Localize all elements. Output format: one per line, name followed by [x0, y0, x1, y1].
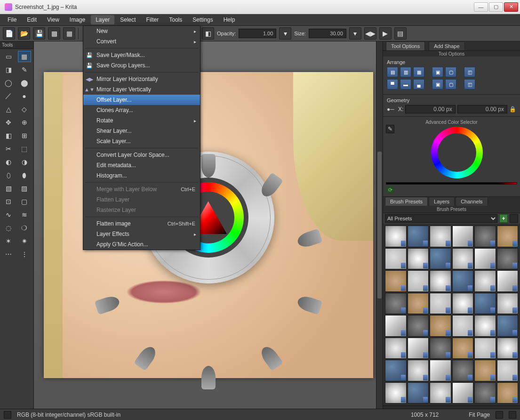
brush-preset[interactable]: [474, 338, 496, 359]
tool-23[interactable]: ▢: [18, 196, 31, 207]
brush-preset[interactable]: [385, 360, 407, 381]
mirror-y-button[interactable]: ▶: [379, 27, 392, 40]
picker-icon[interactable]: ✎: [386, 125, 394, 133]
brush-preset[interactable]: [385, 315, 407, 337]
brush-preset[interactable]: [385, 248, 407, 270]
menu-item-shear-layer[interactable]: Shear Layer...: [83, 126, 200, 136]
brush-preset[interactable]: [452, 226, 474, 247]
status-swatch[interactable]: [4, 411, 11, 419]
brush-preset[interactable]: [474, 270, 496, 292]
tool-25[interactable]: ≋: [18, 209, 31, 220]
preset-view-toggle[interactable]: [510, 214, 518, 223]
tool-18[interactable]: ⬯: [2, 170, 15, 181]
preset-category-select[interactable]: All Presets: [385, 214, 497, 223]
tool-5[interactable]: ⬤: [18, 77, 31, 89]
brush-preset[interactable]: [430, 226, 451, 247]
brush-preset[interactable]: [430, 248, 451, 270]
menu-item-offset-layer[interactable]: Offset Layer...: [83, 95, 200, 105]
menu-file[interactable]: File: [3, 15, 21, 24]
status-zoom-dropdown[interactable]: [496, 411, 503, 419]
tool-28[interactable]: ✶: [2, 235, 15, 247]
texture-b-button[interactable]: ▦: [63, 27, 75, 40]
brush-preset[interactable]: [430, 338, 451, 359]
brush-preset[interactable]: [430, 293, 451, 315]
tab-channels[interactable]: Channels: [456, 197, 488, 206]
brush-preset[interactable]: [408, 360, 429, 381]
brush-preset[interactable]: [452, 360, 474, 381]
send-backward-button[interactable]: ▢: [445, 79, 456, 89]
brush-preset[interactable]: [497, 248, 519, 270]
tool-10[interactable]: ✥: [2, 117, 15, 128]
tab-add-shape[interactable]: Add Shape: [429, 41, 464, 50]
brush-preset[interactable]: [497, 315, 519, 337]
tool-7[interactable]: ●: [18, 90, 31, 102]
tool-24[interactable]: ∿: [2, 209, 15, 220]
brush-preset[interactable]: [452, 270, 474, 292]
brush-preset[interactable]: [408, 248, 429, 270]
brush-preset[interactable]: [452, 248, 474, 270]
palette-brush-slot[interactable]: [201, 154, 216, 178]
brush-preset[interactable]: [385, 338, 407, 359]
tool-0[interactable]: ▭: [2, 51, 15, 62]
tool-4[interactable]: ◯: [2, 77, 15, 89]
brush-preset[interactable]: [408, 338, 429, 359]
tab-layers[interactable]: Layers: [429, 197, 455, 206]
send-back-button[interactable]: ▣: [432, 79, 443, 89]
bring-forward-button[interactable]: ▢: [445, 67, 456, 77]
menu-help[interactable]: Help: [219, 15, 240, 24]
brush-preset[interactable]: [430, 360, 451, 381]
mirror-x-button[interactable]: ◀▶: [364, 27, 376, 40]
menu-item-apply-g-mic-action[interactable]: Apply G'Mic Action...: [83, 239, 200, 250]
menu-tools[interactable]: Tools: [164, 15, 187, 24]
brush-preset[interactable]: [452, 338, 474, 359]
brush-preset[interactable]: [474, 360, 496, 381]
brush-preset[interactable]: [474, 226, 496, 247]
status-thumb[interactable]: [509, 411, 516, 419]
close-button[interactable]: ✕: [504, 2, 518, 12]
align-center-button[interactable]: ▥: [400, 67, 411, 77]
brush-preset[interactable]: [497, 338, 519, 359]
tool-21[interactable]: ▨: [18, 183, 31, 194]
minimize-button[interactable]: —: [474, 2, 488, 12]
menu-view[interactable]: View: [42, 15, 64, 24]
brush-preset[interactable]: [408, 315, 429, 337]
menu-filter[interactable]: Filter: [142, 15, 164, 24]
brush-preset[interactable]: [408, 293, 429, 315]
menu-item-convert[interactable]: Convert: [83, 36, 200, 47]
new-doc-button[interactable]: 📄: [3, 27, 15, 40]
brush-preset[interactable]: [474, 293, 496, 315]
align-middle-button[interactable]: ▬: [400, 79, 411, 89]
geo-x-input[interactable]: 0.00 px: [405, 105, 455, 113]
brush-preset[interactable]: [474, 248, 496, 270]
tool-13[interactable]: ⊞: [18, 130, 31, 141]
maximize-button[interactable]: ▢: [489, 2, 503, 12]
brush-swatch-button[interactable]: ◧: [202, 27, 214, 40]
brush-preset[interactable]: [430, 315, 451, 337]
brush-preset[interactable]: [474, 315, 496, 337]
menu-item-layer-effects[interactable]: Layer Effects: [83, 229, 200, 239]
save-doc-button[interactable]: 💾: [33, 27, 45, 40]
tool-8[interactable]: △: [2, 104, 15, 115]
menu-item-new[interactable]: New: [83, 26, 200, 36]
tool-27[interactable]: ❍: [18, 222, 31, 234]
brush-preset[interactable]: [497, 360, 519, 381]
menu-item-flatten-image[interactable]: Flatten imageCtrl+Shift+E: [83, 218, 200, 229]
brush-preset[interactable]: [385, 226, 407, 247]
brush-preset[interactable]: [430, 270, 451, 292]
brush-preset[interactable]: [497, 293, 519, 315]
menu-select[interactable]: Select: [115, 15, 140, 24]
tool-1[interactable]: ▦: [18, 51, 31, 62]
geo-y-input[interactable]: 0.00 px: [457, 105, 507, 113]
palette-brush-slot[interactable]: [201, 366, 216, 389]
brush-preset[interactable]: [385, 293, 407, 315]
ungroup-button[interactable]: ◫: [464, 79, 475, 89]
texture-a-button[interactable]: ▩: [48, 27, 60, 40]
menu-layer[interactable]: Layer: [91, 15, 114, 24]
align-top-button[interactable]: ▀: [387, 79, 398, 89]
color-wheel[interactable]: [431, 127, 483, 178]
brush-preset[interactable]: [385, 382, 407, 404]
menu-item-save-group-layers[interactable]: 💾Save Group Layers...: [83, 60, 200, 71]
tool-2[interactable]: ◨: [2, 64, 15, 75]
menu-item-mirror-layer-horizontally[interactable]: ◀▶Mirror Layer Horizontally: [83, 74, 200, 84]
tab-brush-presets[interactable]: Brush Presets: [385, 197, 428, 206]
